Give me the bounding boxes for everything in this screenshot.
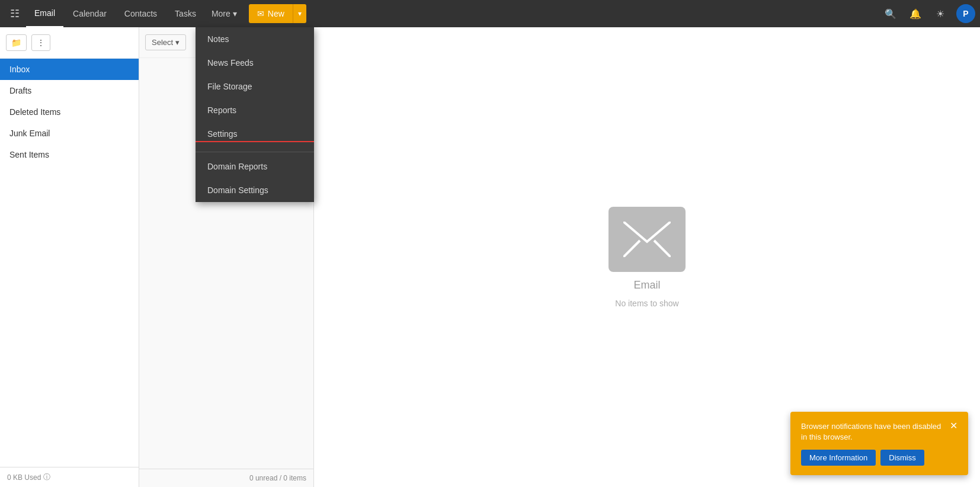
email-empty-icon [609, 207, 686, 272]
new-email-icon: ✉ [257, 9, 264, 18]
bell-icon: 🔔 [909, 8, 921, 20]
sidebar-item-sent-items[interactable]: Sent Items [0, 144, 139, 165]
toast-notification: Browser notifications have been disabled… [790, 412, 968, 475]
email-svg [623, 222, 671, 257]
menu-item-domain-reports[interactable]: Domain Reports [196, 155, 314, 178]
grid-icon: ☷ [10, 7, 20, 20]
new-email-button[interactable]: ✉ New [249, 4, 293, 23]
empty-subtitle: No items to show [615, 299, 678, 308]
dots-icon: ⋮ [37, 38, 45, 47]
menu-item-file-storage[interactable]: File Storage [196, 75, 314, 98]
info-icon: ⓘ [43, 472, 50, 482]
toast-actions: More Information Dismiss [801, 450, 957, 466]
new-dropdown-button[interactable]: ▾ [293, 4, 306, 23]
storage-usage: 0 KB Used [7, 473, 41, 482]
empty-state: Email No items to show [609, 207, 686, 308]
toast-header: Browser notifications have been disabled… [801, 421, 957, 443]
menu-item-domain-settings[interactable]: Domain Settings [196, 178, 314, 202]
more-dropdown-menu: Notes News Feeds File Storage Reports Se… [196, 27, 314, 202]
select-label: Select [152, 38, 173, 47]
search-icon: 🔍 [885, 8, 896, 20]
sidebar-item-deleted-items[interactable]: Deleted Items [0, 101, 139, 123]
new-button-group: ✉ New ▾ [249, 4, 306, 23]
toast-message: Browser notifications have been disabled… [801, 421, 945, 443]
sidebar-toolbar: 📁 ⋮ [0, 27, 139, 59]
menu-item-notes[interactable]: Notes [196, 27, 314, 51]
settings-underline [196, 141, 314, 142]
grid-button[interactable]: ☷ [5, 4, 25, 24]
nav-tab-tasks[interactable]: Tasks [166, 0, 204, 27]
nav-tab-calendar[interactable]: Calendar [65, 0, 115, 27]
close-icon: ✕ [950, 421, 957, 431]
sidebar: 📁 ⋮ Inbox Drafts Deleted Items Junk Emai… [0, 27, 139, 487]
toast-close-button[interactable]: ✕ [950, 421, 957, 431]
notifications-button[interactable]: 🔔 [907, 5, 924, 23]
brightness-icon: ☀ [936, 8, 944, 20]
select-chevron-icon: ▾ [175, 38, 180, 47]
folder-icon: 📁 [11, 38, 21, 47]
top-nav: ☷ Email Calendar Contacts Tasks More ▾ ✉… [0, 0, 980, 27]
folder-button[interactable]: 📁 [6, 34, 27, 51]
more-chevron-icon: ▾ [233, 9, 237, 18]
list-footer: 0 unread / 0 items [139, 469, 313, 487]
menu-item-reports[interactable]: Reports [196, 98, 314, 122]
nav-tab-email[interactable]: Email [26, 0, 63, 27]
more-label: More [212, 9, 230, 18]
theme-button[interactable]: ☀ [931, 5, 949, 23]
select-button[interactable]: Select ▾ [145, 34, 186, 50]
menu-item-settings[interactable]: Settings [196, 122, 314, 149]
sidebar-item-drafts[interactable]: Drafts [0, 80, 139, 101]
dropdown-divider [196, 152, 314, 152]
unread-count: 0 unread / 0 items [249, 474, 306, 482]
sidebar-nav: Inbox Drafts Deleted Items Junk Email Se… [0, 59, 139, 467]
user-avatar[interactable]: P [956, 4, 975, 23]
nav-right: 🔍 🔔 ☀ P [882, 4, 975, 23]
sidebar-item-inbox[interactable]: Inbox [0, 59, 139, 80]
settings-label: Settings [207, 129, 238, 139]
menu-item-news-feeds[interactable]: News Feeds [196, 51, 314, 75]
sidebar-footer: 0 KB Used ⓘ [0, 467, 139, 487]
new-label: New [268, 9, 284, 18]
dismiss-button[interactable]: Dismiss [880, 450, 924, 466]
more-information-button[interactable]: More Information [801, 450, 876, 466]
new-dropdown-icon: ▾ [298, 9, 302, 18]
search-button[interactable]: 🔍 [882, 5, 899, 23]
more-menu-button[interactable]: More ▾ [206, 0, 243, 27]
more-options-button[interactable]: ⋮ [31, 34, 50, 51]
nav-tab-contacts[interactable]: Contacts [116, 0, 165, 27]
empty-title: Email [633, 279, 660, 291]
sidebar-item-junk-email[interactable]: Junk Email [0, 123, 139, 144]
nav-left: ☷ Email Calendar Contacts Tasks More ▾ ✉… [5, 0, 306, 27]
